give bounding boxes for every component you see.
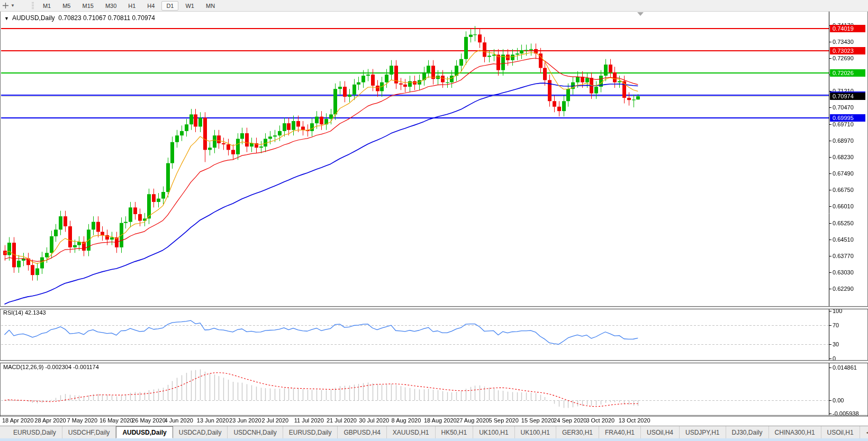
symbol-tab-usdchf[interactable]: USDCHF,Daily xyxy=(62,426,116,438)
date-label: 16 May 2020 xyxy=(100,417,133,424)
ohlc-low: 0.70811 xyxy=(108,14,131,22)
price-tick-label: 0.70470 xyxy=(833,104,854,111)
timeframe-button-d1[interactable]: D1 xyxy=(161,1,178,11)
price-tick-label: 0.67490 xyxy=(833,170,854,177)
date-label: 3 Oct 2020 xyxy=(586,417,614,424)
symbol-tab-gbpusd[interactable]: GBPUSD,H4 xyxy=(338,426,386,438)
timeframe-buttons: M1M5M15M30H1H4D1W1MN xyxy=(37,1,221,11)
tab-scroll-arrows: ◂ ▸ xyxy=(862,426,868,438)
date-label: 7 May 2020 xyxy=(67,417,97,424)
symbol-tab-usdcad[interactable]: USDCAD,Daily xyxy=(173,426,228,438)
symbol-tab-audusd[interactable]: AUDUSD,Daily xyxy=(116,426,173,438)
symbol-tab-usoil[interactable]: USOil,H1 xyxy=(821,426,860,438)
date-label: 23 Jun 2020 xyxy=(229,417,261,424)
date-label: 5 Sep 2020 xyxy=(489,417,519,424)
timeframe-button-w1[interactable]: W1 xyxy=(180,1,199,11)
price-tick-label: 0.66010 xyxy=(833,203,854,209)
symbol-tabs: EURUSD,DailyUSDCHF,DailyAUDUSD,DailyUSDC… xyxy=(0,426,860,438)
symbol-tab-eurusd[interactable]: EURUSD,Daily xyxy=(7,426,62,438)
symbol-tab-xauusd[interactable]: XAUUSD,H1 xyxy=(387,426,436,438)
date-label: 27 Aug 2020 xyxy=(456,417,489,424)
price-tick-label: 0.63770 xyxy=(833,253,854,259)
date-label: 28 Apr 2020 xyxy=(34,417,66,424)
timeframe-button-m15[interactable]: M15 xyxy=(77,1,98,11)
collapse-triangle-icon[interactable]: ▼ xyxy=(4,16,9,21)
timeframe-button-h4[interactable]: H4 xyxy=(142,1,159,11)
symbol-tab-china300[interactable]: CHINA300,H1 xyxy=(769,426,821,438)
symbol-tab-hk50[interactable]: HK50,H1 xyxy=(436,426,474,438)
rsi-tick-label: 30 xyxy=(833,341,839,347)
symbol-tab-usdcnh[interactable]: USDCNH,Daily xyxy=(228,426,283,438)
symbol-tabbar: EURUSD,DailyUSDCHF,DailyAUDUSD,DailyUSDC… xyxy=(0,426,868,438)
macd-tick-label: 0.014861 xyxy=(833,364,857,371)
chevron-down-icon[interactable]: ▼ xyxy=(11,3,15,8)
date-label: 18 Apr 2020 xyxy=(2,417,33,424)
symbol-tab-usoil[interactable]: USOil,H4 xyxy=(641,426,680,438)
macd-tick-label: 0.00 xyxy=(833,397,844,403)
chart-shift-marker[interactable] xyxy=(637,12,644,16)
macd-tick-label: -0.005938 xyxy=(833,410,859,417)
symbol-tab-ger30[interactable]: GER30,H1 xyxy=(556,426,599,438)
scroll-left-icon[interactable]: ◂ xyxy=(866,429,868,435)
date-label: 15 Sep 2020 xyxy=(521,417,554,424)
date-label: 24 Sep 2020 xyxy=(554,417,586,424)
date-label: 2 Jul 2020 xyxy=(261,417,288,424)
timeframe-button-m1[interactable]: M1 xyxy=(38,1,56,11)
chart-title: ▼AUDUSD,Daily 0.70823 0.71067 0.70811 0.… xyxy=(4,14,155,22)
price-tick-label: 0.72690 xyxy=(833,55,854,61)
ohlc-high: 0.71067 xyxy=(83,14,106,22)
price-tick-label: 0.62290 xyxy=(833,286,854,292)
rsi-tick-label: 70 xyxy=(833,322,839,328)
date-label: 21 Jul 2020 xyxy=(327,417,357,424)
symbol-tab-usdjpy[interactable]: USDJPY,H1 xyxy=(680,426,726,438)
timeframe-button-h1[interactable]: H1 xyxy=(123,1,140,11)
date-label: 4 Jun 2020 xyxy=(165,417,193,424)
chart-canvas[interactable] xyxy=(0,0,868,441)
date-label: 18 Aug 2020 xyxy=(424,417,457,424)
symbol-tab-fra40[interactable]: FRA40,H1 xyxy=(599,426,641,438)
timeframe-button-m30[interactable]: M30 xyxy=(101,1,121,11)
rsi-label: RSI(14) 42.1343 xyxy=(3,309,46,316)
pane-splitter[interactable] xyxy=(0,360,868,363)
timeframe-toolbar: ▼ M1M5M15M30H1H4D1W1MN xyxy=(0,0,868,12)
price-tick-label: 0.69710 xyxy=(833,121,854,127)
price-level-badge[interactable]: 0.72026 xyxy=(830,69,865,77)
timeframe-button-m5[interactable]: M5 xyxy=(58,1,75,11)
ohlc-open: 0.70823 xyxy=(58,14,81,22)
mt4-window: ▼ M1M5M15M30H1H4D1W1MN ▼AUDUSD,Daily 0.7… xyxy=(0,0,868,441)
symbol-name: AUDUSD,Daily xyxy=(12,14,55,22)
status-strip xyxy=(0,438,868,441)
symbol-tab-eurusd[interactable]: EURUSD,Daily xyxy=(283,426,338,438)
price-tick-label: 0.64510 xyxy=(833,236,854,243)
price-tick-label: 0.73430 xyxy=(833,39,854,45)
bid-price-badge: 0.70974 xyxy=(830,93,865,100)
date-label: 30 Jul 2020 xyxy=(359,417,389,424)
date-label: 13 Oct 2020 xyxy=(619,417,650,424)
price-tick-label: 0.66750 xyxy=(833,187,854,193)
ohlc-close: 0.70974 xyxy=(132,14,155,22)
crosshair-tool-icon[interactable]: ▼ xyxy=(0,2,17,9)
price-tick-label: 0.63030 xyxy=(833,269,854,275)
price-tick-label: 0.68970 xyxy=(833,137,854,144)
price-level-badge[interactable]: 0.74019 xyxy=(830,25,865,32)
price-tick-label: 0.68230 xyxy=(833,154,854,160)
timeframe-button-mn[interactable]: MN xyxy=(201,1,220,11)
date-label: 13 Jun 2020 xyxy=(197,417,229,424)
macd-label: MACD(12,26,9) -0.002304 -0.001174 xyxy=(3,364,99,370)
symbol-tab-dj30[interactable]: DJ30,Daily xyxy=(726,426,769,438)
date-label: 26 May 2020 xyxy=(132,417,166,424)
price-level-badge[interactable]: 0.73023 xyxy=(830,47,865,54)
date-label: 8 Aug 2020 xyxy=(392,417,421,424)
symbol-tab-uk100[interactable]: UK100,H1 xyxy=(473,426,514,438)
price-level-badge[interactable]: 0.69995 xyxy=(830,114,865,122)
toolbar-grip[interactable] xyxy=(32,2,34,10)
price-tick-label: 0.65250 xyxy=(833,220,854,226)
pane-splitter[interactable] xyxy=(0,306,868,309)
date-label: 11 Jul 2020 xyxy=(294,417,324,424)
symbol-tab-uk100[interactable]: UK100,H1 xyxy=(515,426,556,438)
